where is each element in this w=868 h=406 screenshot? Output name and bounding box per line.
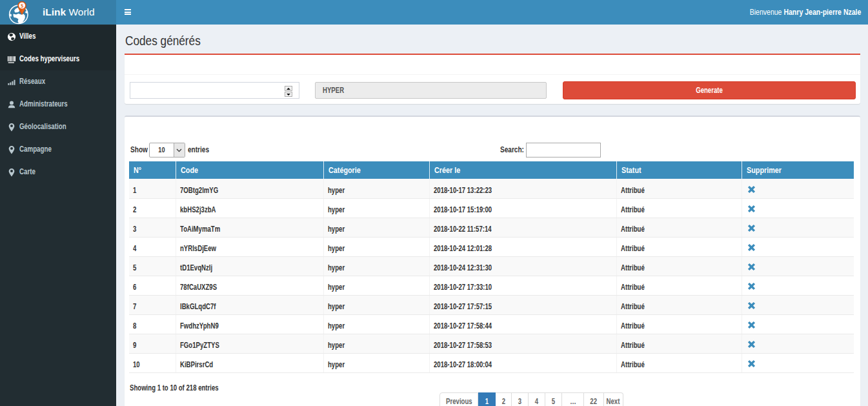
svg-text:$: $ xyxy=(21,3,24,9)
